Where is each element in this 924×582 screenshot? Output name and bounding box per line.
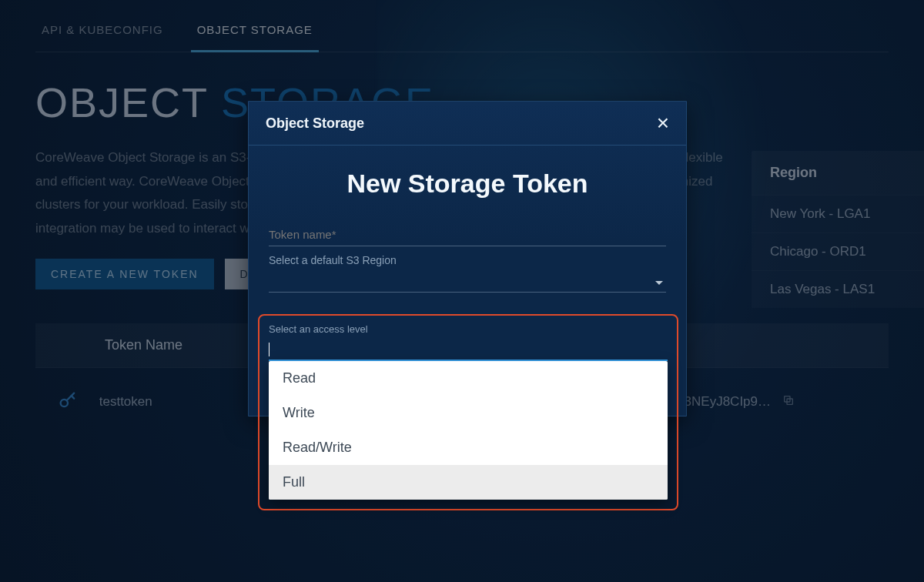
access-option-write[interactable]: Write [269, 396, 668, 430]
chevron-down-icon [655, 281, 663, 285]
access-option-read[interactable]: Read [269, 361, 668, 396]
close-icon[interactable]: × [657, 112, 669, 134]
access-level-select[interactable] [269, 340, 668, 361]
region-select[interactable] [269, 269, 666, 293]
modal-header-title: Object Storage [266, 115, 364, 132]
token-name-field[interactable] [269, 223, 666, 246]
access-option-readwrite[interactable]: Read/Write [269, 430, 668, 465]
region-select-label: Select a default S3 Region [269, 254, 666, 266]
modal-title: New Storage Token [269, 169, 666, 199]
access-level-label: Select an access level [269, 323, 668, 335]
region-select-field[interactable]: Select a default S3 Region [269, 254, 666, 293]
access-option-full[interactable]: Full [269, 465, 668, 500]
access-level-group: Select an access level Read Write Read/W… [258, 314, 678, 510]
modal-header: Object Storage × [249, 102, 686, 146]
access-level-dropdown: Read Write Read/Write Full [269, 361, 668, 500]
text-cursor [269, 343, 270, 356]
token-name-input[interactable] [269, 223, 666, 246]
